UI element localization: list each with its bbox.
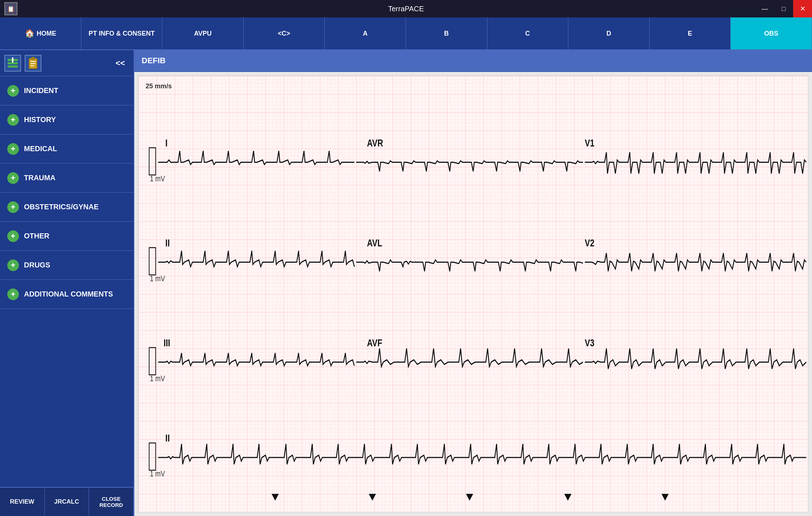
nav-d-label: D (606, 30, 611, 37)
nav-b[interactable]: B (406, 17, 487, 49)
nav-pt-info[interactable]: PT INFO & CONSENT (81, 17, 163, 49)
sidebar-item-other-label: OTHER (24, 232, 49, 240)
svg-marker-30 (564, 494, 572, 501)
ecg-waveform: 1 mV 1 mV 1 mV 1 mV I AVR V1 II AVL V2 (138, 76, 808, 512)
svg-rect-9 (149, 148, 156, 175)
svg-text:III: III (163, 337, 170, 348)
additional-plus-icon: + (7, 289, 19, 300)
nav-avpu-label: AVPU (194, 30, 212, 37)
app-title: TerraPACE (388, 5, 424, 13)
content-header: DEFIB (134, 50, 812, 72)
home-icon: 🏠 (25, 29, 34, 38)
nav-c-label: C (525, 30, 530, 37)
svg-text:1 mV: 1 mV (150, 374, 165, 383)
sidebar-item-trauma-label: TRAUMA (24, 174, 56, 182)
svg-text:V3: V3 (585, 337, 594, 348)
sidebar-item-additional[interactable]: + ADDITIONAL COMMENTS (0, 280, 134, 309)
svg-marker-27 (272, 494, 279, 501)
sidebar-item-history-label: HISTORY (24, 116, 56, 124)
svg-text:1 mV: 1 mV (150, 274, 165, 283)
maximize-button[interactable]: □ (774, 0, 793, 17)
svg-rect-11 (149, 248, 156, 275)
nav-d[interactable]: D (568, 17, 650, 49)
svg-text:V1: V1 (585, 137, 594, 148)
incident-plus-icon: + (7, 85, 19, 97)
window-controls: — □ ✕ (755, 0, 812, 17)
svg-text:I: I (165, 137, 167, 148)
svg-text:AVR: AVR (367, 137, 383, 148)
sidebar-collapse-btn[interactable]: << (111, 57, 129, 69)
svg-text:AVL: AVL (367, 237, 382, 248)
sidebar-footer: REVIEW JRCALC CLOSE RECORD (0, 487, 134, 516)
sidebar-item-incident-label: INCIDENT (24, 86, 58, 95)
sidebar-item-medical-label: MEDICAL (24, 145, 57, 153)
drugs-plus-icon: + (7, 259, 19, 271)
sidebar-item-trauma[interactable]: + TRAUMA (0, 164, 134, 193)
sidebar-item-incident[interactable]: + INCIDENT (0, 76, 134, 105)
sidebar-item-drugs-label: DRUGS (24, 261, 50, 269)
sidebar-header: << (0, 50, 134, 76)
svg-marker-29 (466, 494, 473, 501)
nav-c-bracket[interactable]: <C> (244, 17, 325, 49)
nav-c[interactable]: C (487, 17, 569, 49)
svg-text:II: II (165, 237, 170, 248)
defib-title: DEFIB (142, 56, 166, 65)
close-button[interactable]: ✕ (793, 0, 812, 17)
app-icon: 📋 (4, 2, 17, 15)
sidebar-item-obstetrics[interactable]: + OBSTETRICS/GYNAE (0, 193, 134, 222)
nav-c-bracket-label: <C> (278, 30, 290, 37)
nav-obs[interactable]: OBS (731, 17, 812, 49)
ecg-container: 25 mm/s 1 mV 1 mV 1 mV 1 mV I AVR V1 (138, 76, 808, 512)
jrcalc-button[interactable]: JRCALC (45, 488, 89, 516)
svg-rect-13 (149, 348, 156, 375)
sidebar-clipboard-btn[interactable] (25, 55, 41, 72)
nav-pt-info-label: PT INFO & CONSENT (89, 30, 155, 37)
minimize-button[interactable]: — (755, 0, 774, 17)
sidebar-item-medical[interactable]: + MEDICAL (0, 134, 134, 164)
svg-marker-28 (369, 494, 376, 501)
svg-text:1 mV: 1 mV (150, 174, 165, 183)
nav-home-label: HOME (37, 30, 56, 37)
review-button[interactable]: REVIEW (0, 488, 45, 516)
nav-b-label: B (444, 30, 449, 37)
trauma-plus-icon: + (7, 172, 19, 184)
sidebar-add-btn[interactable] (4, 55, 21, 72)
nav-e[interactable]: E (650, 17, 731, 49)
nav-obs-label: OBS (764, 30, 778, 37)
sidebar-item-additional-label: ADDITIONAL COMMENTS (24, 290, 113, 298)
sidebar-items: + INCIDENT + HISTORY + MEDICAL + TRAUMA … (0, 76, 134, 487)
svg-text:V2: V2 (585, 237, 594, 248)
nav-a[interactable]: A (325, 17, 406, 49)
sidebar-item-history[interactable]: + HISTORY (0, 105, 134, 134)
title-bar: 📋 TerraPACE — □ ✕ (0, 0, 812, 17)
svg-rect-5 (31, 57, 35, 60)
close-record-button[interactable]: CLOSE RECORD (89, 488, 134, 516)
sidebar-item-obstetrics-label: OBSTETRICS/GYNAE (24, 203, 99, 211)
nav-a-label: A (363, 30, 368, 37)
sidebar-item-other[interactable]: + OTHER (0, 222, 134, 251)
svg-marker-31 (662, 494, 669, 501)
sidebar: << + INCIDENT + HISTORY + MEDICAL + TRAU… (0, 50, 134, 516)
nav-avpu[interactable]: AVPU (162, 17, 244, 49)
svg-rect-2 (8, 65, 18, 68)
other-plus-icon: + (7, 230, 19, 242)
main-content: << + INCIDENT + HISTORY + MEDICAL + TRAU… (0, 50, 812, 516)
obstetrics-plus-icon: + (7, 201, 19, 213)
navigation-bar: 🏠 HOME PT INFO & CONSENT AVPU <C> A B C … (0, 17, 812, 50)
svg-rect-15 (149, 443, 156, 470)
medical-plus-icon: + (7, 143, 19, 155)
content-area: DEFIB 25 mm/s 1 mV 1 mV 1 mV 1 mV I (134, 50, 812, 516)
sidebar-item-drugs[interactable]: + DRUGS (0, 251, 134, 280)
svg-text:AVF: AVF (367, 337, 382, 348)
nav-e-label: E (688, 30, 692, 37)
nav-home[interactable]: 🏠 HOME (0, 17, 81, 49)
svg-text:II: II (165, 433, 170, 444)
history-plus-icon: + (7, 114, 19, 126)
ecg-speed-label: 25 mm/s (146, 82, 172, 90)
svg-text:1 mV: 1 mV (150, 469, 165, 478)
svg-rect-3 (12, 57, 13, 63)
